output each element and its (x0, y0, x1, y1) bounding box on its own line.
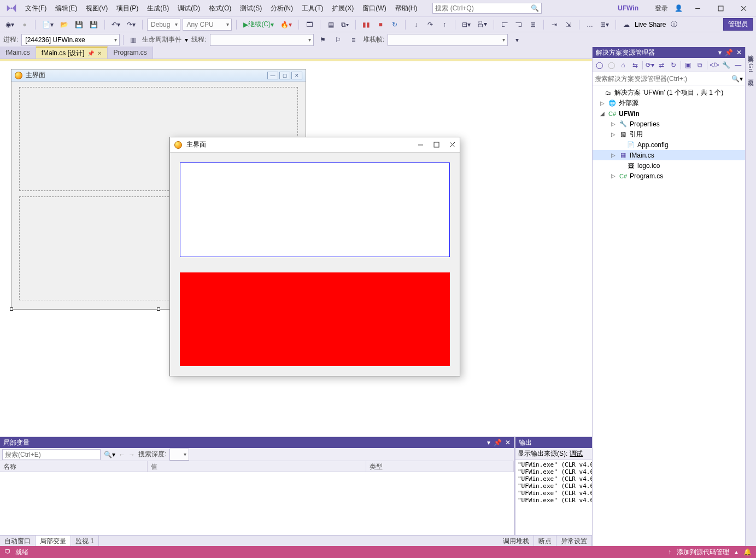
se-properties-icon[interactable]: 🔧 (722, 60, 731, 70)
locals-body[interactable] (0, 472, 514, 535)
runwin-min-button[interactable] (418, 142, 424, 148)
layout-2-icon[interactable]: ⫎ (513, 19, 525, 31)
tree-program[interactable]: ▷C#Program.cs (593, 171, 745, 181)
panel-close-icon[interactable]: ✕ (505, 439, 511, 446)
step-into-button[interactable]: ↓ (410, 19, 422, 31)
align-2-button[interactable]: 吕▾ (475, 19, 489, 31)
se-more-icon[interactable]: — (733, 60, 743, 70)
tab-program-cs[interactable]: Program.cs (108, 47, 153, 59)
runwin-close-button[interactable] (449, 142, 455, 148)
step-over-button[interactable]: ↷ (424, 19, 436, 31)
tab-callstack[interactable]: 调用堆栈 (499, 536, 534, 546)
search-icon[interactable]: 🔍▾ (104, 451, 115, 458)
resize-handle-icon[interactable] (10, 307, 13, 311)
config-combo[interactable]: Debug (147, 19, 180, 31)
tree-fmain[interactable]: ▷▦fMain.cs (593, 150, 745, 160)
platform-combo[interactable]: Any CPU (183, 19, 232, 31)
panel-menu-icon[interactable]: ▾ (487, 439, 490, 446)
tree-external[interactable]: ▷🌐外部源 (593, 98, 745, 108)
solution-explorer-search[interactable]: 🔍▾ (593, 72, 745, 85)
live-share-label[interactable]: Live Share (635, 21, 666, 28)
process-combo[interactable]: [244236] UFWin.exe (21, 34, 120, 46)
se-showall-icon[interactable]: ▣ (683, 60, 693, 70)
feedback-icon[interactable]: ⓘ (668, 19, 680, 31)
quick-search-input[interactable] (435, 4, 531, 12)
tab-exceptions[interactable]: 异常设置 (556, 536, 592, 546)
running-red-panel[interactable] (180, 272, 450, 366)
running-form-titlebar[interactable]: 主界面 (170, 137, 460, 153)
se-back-icon[interactable]: ◯ (595, 60, 605, 70)
se-collapse-icon[interactable]: ⇄ (657, 60, 666, 70)
se-search-input[interactable] (595, 75, 731, 83)
running-form-window[interactable]: 主界面 (169, 137, 460, 376)
step-out-button[interactable]: ↑ (438, 19, 450, 31)
thread-combo[interactable] (210, 34, 314, 46)
open-button[interactable]: 📂 (58, 19, 71, 31)
quick-search-box[interactable]: 🔍 (432, 3, 542, 14)
toolbar-more-icon[interactable]: ▾ (511, 34, 523, 46)
menu-e[interactable]: 编辑(E) (51, 4, 81, 12)
form-designer[interactable]: 主界面 — ▢ ✕ (0, 59, 592, 437)
save-all-button[interactable]: 💾 (87, 19, 100, 31)
runwin-max-button[interactable] (433, 142, 439, 148)
output-from-combo[interactable]: 调试 (570, 449, 583, 458)
tree-properties[interactable]: ▷🔧Properties (593, 119, 745, 129)
menu-h[interactable]: 帮助(H) (391, 4, 422, 12)
pause-button[interactable]: ▮▮ (360, 19, 372, 31)
se-fwd-icon[interactable]: ◯ (607, 60, 617, 70)
menu-n[interactable]: 分析(N) (266, 4, 297, 12)
tree-references[interactable]: ▷▧引用 (593, 129, 745, 140)
resize-handle-icon[interactable] (157, 307, 160, 311)
solution-tree[interactable]: 🗂解决方案 'UFWin' (1 个项目，共 1 个) ▷🌐外部源 ◢C#UFW… (593, 85, 745, 546)
tab-autos[interactable]: 自动窗口 (0, 536, 36, 546)
menu-f[interactable]: 文件(F) (21, 4, 51, 12)
locals-search-input[interactable] (2, 449, 101, 460)
notifications-icon[interactable]: 🔔 (743, 548, 752, 556)
se-switch-icon[interactable]: ⇆ (630, 60, 640, 70)
solution-explorer-header[interactable]: 解决方案资源管理器 ▾📌✕ (593, 47, 745, 58)
tree-solution[interactable]: 🗂解决方案 'UFWin' (1 个项目，共 1 个) (593, 88, 745, 98)
tab-breakpoints[interactable]: 断点 (534, 536, 556, 546)
output-text[interactable]: "UFWin.exe" (CLR v4.0 "UFWin.exe" (CLR v… (515, 460, 592, 535)
thread-filter-icon[interactable]: ≡ (348, 34, 360, 46)
layout-3-icon[interactable]: ⊞ (527, 19, 539, 31)
hot-reload-button[interactable]: 🔥▾ (278, 19, 294, 31)
tb-icon-3[interactable]: ⧉▾ (339, 19, 351, 31)
tab-fmain-cs[interactable]: fMain.cs (0, 47, 36, 59)
nav-back-icon[interactable]: ← (119, 451, 125, 458)
tree-logo[interactable]: 🖼logo.ico (593, 160, 745, 171)
menu-s[interactable]: 测试(S) (236, 4, 266, 12)
tab-locals[interactable]: 局部变量 (36, 536, 71, 546)
stackframe-combo[interactable] (388, 34, 508, 46)
se-refresh-icon[interactable]: ↻ (669, 60, 678, 70)
panel-pin-icon[interactable]: 📌 (725, 49, 733, 56)
undo-button[interactable]: ↶▾ (109, 19, 122, 31)
running-textbox[interactable] (180, 162, 450, 257)
continue-button[interactable]: ▶ 继续(C) ▾ (241, 19, 276, 31)
tb-icon-2[interactable]: ▤ (325, 19, 337, 31)
login-link[interactable]: 登录 (655, 4, 668, 13)
panel-menu-icon[interactable]: ▾ (718, 49, 722, 56)
panel-pin-icon[interactable]: 📌 (494, 439, 502, 446)
menu-v[interactable]: 视图(V) (81, 4, 112, 12)
nav-fwd-button[interactable]: ● (19, 19, 31, 31)
source-control-label[interactable]: 添加到源代码管理 (677, 548, 729, 557)
restart-button[interactable]: ↻ (389, 19, 401, 31)
se-copy-icon[interactable]: ⧉ (695, 60, 705, 70)
menu-t[interactable]: 工具(T) (297, 4, 327, 12)
col-name[interactable]: 名称 (0, 461, 148, 472)
minimize-button[interactable] (689, 1, 706, 15)
col-value[interactable]: 值 (148, 461, 366, 472)
lifecycle-icon[interactable]: ▥ (127, 34, 139, 46)
order-2-icon[interactable]: ⊞▾ (598, 19, 611, 31)
tab-watch1[interactable]: 监视 1 (71, 536, 99, 546)
stop-button[interactable]: ■ (374, 19, 386, 31)
source-control-up-icon[interactable]: ↑ (668, 548, 671, 556)
se-sync-icon[interactable]: ⟳▾ (645, 60, 655, 70)
menu-b[interactable]: 生成(B) (143, 4, 173, 12)
tab-fmain-design[interactable]: fMain.cs [设计]📌✕ (36, 47, 108, 59)
menu-d[interactable]: 调试(D) (173, 4, 204, 12)
maximize-button[interactable] (712, 1, 729, 15)
save-button[interactable]: 💾 (73, 19, 85, 31)
panel-close-icon[interactable]: ✕ (736, 49, 742, 56)
